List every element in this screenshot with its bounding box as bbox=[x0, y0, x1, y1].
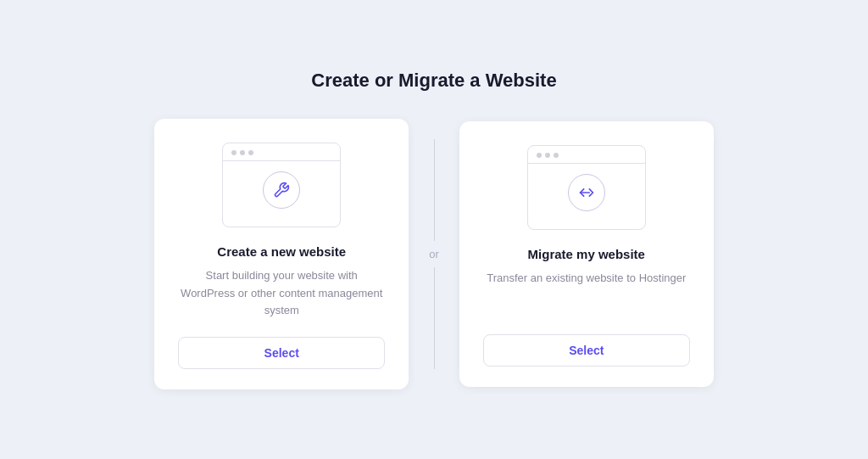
migrate-website-card: Migrate my website Transfer an existing … bbox=[459, 121, 714, 387]
create-website-card: Create a new website Start building your… bbox=[154, 119, 409, 389]
create-browser-mockup bbox=[222, 143, 341, 227]
or-line-top bbox=[434, 139, 435, 241]
migrate-icon-circle bbox=[568, 174, 605, 211]
migrate-browser-dots bbox=[528, 146, 645, 164]
page-title: Create or Migrate a Website bbox=[311, 70, 556, 92]
browser-dot-1 bbox=[231, 150, 236, 155]
migrate-card-description: Transfer an existing website to Hostinge… bbox=[487, 270, 686, 317]
page-wrapper: Create or Migrate a Website Cre bbox=[0, 53, 868, 406]
migrate-card-title: Migrate my website bbox=[528, 247, 645, 261]
create-card-title: Create a new website bbox=[217, 244, 346, 259]
migrate-browser-mockup bbox=[527, 145, 646, 230]
create-browser-content bbox=[223, 161, 340, 219]
migrate-browser-content bbox=[528, 164, 645, 221]
or-text: or bbox=[429, 241, 439, 267]
migrate-select-button[interactable]: Select bbox=[483, 334, 690, 367]
create-icon-circle bbox=[263, 171, 300, 209]
create-card-description: Start building your website with WordPre… bbox=[178, 267, 385, 320]
or-line-bottom bbox=[434, 267, 435, 369]
migrate-browser-dot-1 bbox=[537, 153, 542, 158]
browser-dot-2 bbox=[240, 150, 245, 155]
browser-dot-3 bbox=[248, 150, 253, 155]
create-select-button[interactable]: Select bbox=[178, 337, 385, 369]
migrate-browser-dot-3 bbox=[554, 153, 559, 158]
wrench-icon bbox=[273, 182, 290, 199]
browser-dots bbox=[223, 143, 340, 161]
cards-row: Create a new website Start building your… bbox=[154, 119, 714, 389]
or-divider: or bbox=[429, 139, 439, 369]
migrate-browser-dot-2 bbox=[545, 153, 550, 158]
migrate-icon bbox=[578, 184, 595, 201]
